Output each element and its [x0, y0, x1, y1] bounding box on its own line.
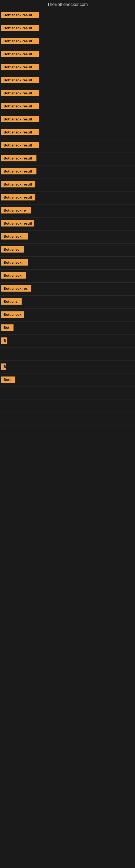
bottleneck-result-bar: Bottleneck result	[1, 155, 37, 161]
table-row: Bottleneck result	[0, 140, 135, 152]
table-row: Bottleneck result	[0, 87, 135, 100]
bottleneck-result-bar: B	[1, 337, 7, 344]
table-row: Bottleneck result	[0, 152, 135, 165]
table-row: Bottleneck result	[0, 100, 135, 113]
table-row: Bottleneck r	[0, 230, 135, 244]
table-row: Bottleneck result	[0, 9, 135, 22]
table-row: Bottlens	[0, 296, 135, 309]
table-row: Bottleneck result	[0, 218, 135, 230]
table-row: Bottleneck re	[0, 205, 135, 218]
table-row: Bottleneck r	[0, 257, 135, 270]
table-row: Bottleneck	[0, 309, 135, 322]
table-row: Bottleneck result	[0, 48, 135, 61]
bottleneck-result-bar: Bottlens	[1, 299, 21, 305]
bottleneck-result-bar: Bottleneck	[1, 272, 26, 279]
bottleneck-result-bar: Bottleneck result	[1, 129, 39, 135]
table-row: Bottleneck result	[0, 61, 135, 74]
bottleneck-result-bar: Bottlenec	[1, 246, 24, 252]
table-row: Bottleneck result	[0, 113, 135, 126]
table-row: B	[0, 361, 135, 374]
table-row: Bottleneck res	[0, 283, 135, 296]
table-row	[0, 426, 135, 439]
table-row	[0, 348, 135, 361]
bottleneck-result-bar: Bot	[1, 324, 13, 331]
bottleneck-result-bar: Bottleneck result	[1, 194, 35, 200]
bottleneck-result-bar: B	[1, 364, 6, 370]
bottleneck-result-bar: Bottleneck result	[1, 168, 37, 175]
bottleneck-result-bar: Bottleneck result	[1, 77, 39, 83]
rows-container: Bottleneck resultBottleneck resultBottle…	[0, 9, 135, 452]
table-row: Bottleneck result	[0, 126, 135, 140]
bottleneck-result-bar: Bottleneck result	[1, 38, 39, 44]
bottleneck-result-bar: Bottleneck result	[1, 12, 39, 18]
table-row	[0, 439, 135, 452]
table-row: B	[0, 335, 135, 348]
bottleneck-result-bar: Bottleneck re	[1, 207, 31, 214]
site-title: TheBottlenecker.com	[0, 0, 135, 9]
bottleneck-result-bar: Bottleneck res	[1, 285, 31, 291]
bottleneck-result-bar: Bottl	[1, 376, 15, 383]
table-row: Bot	[0, 322, 135, 335]
bottleneck-result-bar: Bottleneck	[1, 311, 24, 318]
table-row: Bottleneck result	[0, 22, 135, 35]
table-row: Bottleneck result	[0, 191, 135, 205]
bottleneck-result-bar: Bottleneck result	[1, 90, 39, 96]
bottleneck-result-bar: Bottleneck result	[1, 116, 39, 122]
bottleneck-result-bar: Bottleneck r	[1, 233, 28, 240]
bottleneck-result-bar: Bottleneck result	[1, 103, 39, 109]
table-row: Bottleneck result	[0, 179, 135, 191]
site-title-container: TheBottlenecker.com	[0, 0, 135, 9]
bottleneck-result-bar: Bottleneck result	[1, 181, 35, 187]
bottleneck-result-bar: Bottleneck result	[1, 25, 39, 31]
table-row: Bottleneck	[0, 270, 135, 283]
table-row: Bottlenec	[0, 244, 135, 257]
bottleneck-result-bar: Bottleneck result	[1, 142, 39, 148]
table-row: Bottleneck result	[0, 35, 135, 48]
bottleneck-result-bar: Bottleneck result	[1, 220, 34, 226]
bottleneck-result-bar: Bottleneck r	[1, 259, 28, 266]
table-row	[0, 387, 135, 400]
bottleneck-result-bar: Bottleneck result	[1, 51, 39, 57]
table-row	[0, 413, 135, 426]
table-row: Bottleneck result	[0, 74, 135, 87]
bottleneck-result-bar: Bottleneck result	[1, 64, 39, 70]
table-row: Bottleneck result	[0, 165, 135, 179]
table-row	[0, 400, 135, 413]
table-row: Bottl	[0, 374, 135, 387]
